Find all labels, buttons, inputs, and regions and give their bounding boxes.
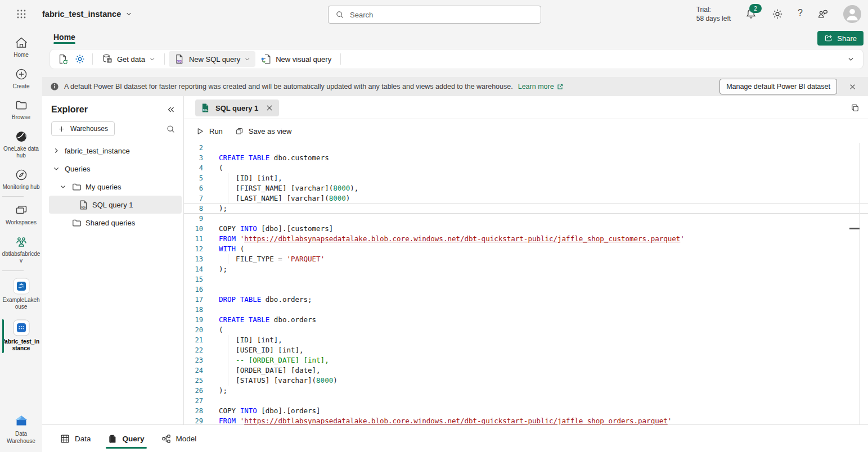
code-line-13[interactable]: 13 FILE_TYPE = 'PARQUET' [184,254,868,264]
sidebar-item-monitoring-hub[interactable]: Monitoring hub [2,165,41,195]
explorer-search-icon[interactable] [166,124,176,134]
save-as-view-button[interactable]: Save as view [235,127,292,135]
share-button[interactable]: Share [817,31,863,46]
chevron-down-icon[interactable] [58,183,68,190]
sidebar-item-onelake-data-hub[interactable]: OneLake data hub [2,126,41,164]
new-sql-query-button[interactable]: SQL New SQL query [169,51,255,67]
banner-close-button[interactable] [847,81,858,92]
sidebar-item-workspaces[interactable]: Workspaces [2,200,41,230]
code-line-20[interactable]: 20( [184,325,868,335]
warehouse-settings-button[interactable] [71,51,88,67]
sidebar-item-create[interactable]: Create [2,64,41,94]
sidebar-item-label: fabric_test_instance [2,338,41,352]
code-line-27[interactable]: 27 [184,396,868,406]
line-number: 9 [184,214,209,224]
notifications-button[interactable]: 2 [745,8,757,20]
manage-default-dataset-button[interactable]: Manage default Power BI dataset [719,79,837,94]
run-label: Run [209,127,223,135]
line-number: 3 [184,153,209,163]
app-name: fabric_test_instance [42,10,121,19]
code-line-4[interactable]: 4( [184,163,868,173]
overview-ruler[interactable] [859,143,860,424]
code-line-26[interactable]: 26); [184,386,868,396]
tab-close-icon[interactable] [266,104,273,112]
code-line-29[interactable]: 29FROM 'https://dbtlabsynapsedatalake.bl… [184,416,868,424]
share-label: Share [837,34,857,43]
code-line-10[interactable]: 10COPY INTO [dbo].[customers] [184,224,868,234]
code-line-14[interactable]: 14); [184,264,868,274]
app-launcher-button[interactable] [0,0,42,28]
code-line-16[interactable]: 16 [184,284,868,295]
app-switcher[interactable]: fabric_test_instance [42,10,132,19]
code-line-19[interactable]: 19CREATE TABLE dbo.orders [184,315,868,325]
tab-home[interactable]: Home [47,29,82,45]
code-line-3[interactable]: 3CREATE TABLE dbo.customers [184,153,868,163]
code-line-15[interactable]: 15 [184,274,868,284]
refresh-doc-icon [57,53,69,65]
settings-button[interactable] [771,8,784,20]
code-line-17[interactable]: 17DROP TABLE dbo.orders; [184,295,868,305]
sidebar-item-examplelakehouse[interactable]: ExampleLakehouse [2,274,41,315]
code-line-6[interactable]: 6 [FIRST_NAME] [varchar](8000), [184,183,868,193]
code-line-23[interactable]: 23 -- [ORDER_DATE] [int], [184,355,868,365]
learn-more-link[interactable]: Learn more [518,83,564,91]
editor-tabstrip: SQL SQL query 1 [184,96,868,119]
search-input[interactable] [349,10,541,20]
view-tab-model[interactable]: Model [155,425,204,452]
code-line-24[interactable]: 24 [ORDER_DATE] [date], [184,365,868,376]
line-number: 6 [184,183,209,193]
global-search[interactable] [328,6,541,24]
chevron-down-icon [125,11,132,17]
code-line-8[interactable]: 8); [184,204,868,214]
toolbar-collapse-button[interactable] [843,51,858,67]
sidebar-item-home[interactable]: Home [2,33,41,63]
waffle-icon [16,9,26,19]
view-tab-data[interactable]: Data [53,425,98,452]
tree-item-fabric-test-instance[interactable]: fabric_test_instance [49,142,182,160]
help-button[interactable]: ? [798,8,803,20]
refresh-button[interactable] [55,51,71,67]
line-number: 24 [184,365,209,376]
tree-item-my-queries[interactable]: My queries [49,178,182,196]
code-line-5[interactable]: 5 [ID] [int], [184,173,868,183]
code-line-18[interactable]: 18 [184,305,868,315]
sidebar-item-browse[interactable]: Browse [2,95,41,125]
tree-item-sql-query-1[interactable]: SQLSQL query 1 [49,196,182,214]
new-visual-query-button[interactable]: New visual query [255,51,336,67]
copy-icon[interactable] [850,103,860,113]
code-line-21[interactable]: 21 [ID] [int], [184,335,868,345]
line-number: 19 [184,315,209,325]
code-line-25[interactable]: 25 [STATUS] [varchar](8000) [184,376,868,386]
sql-document-icon: SQL [174,53,185,65]
feedback-icon [817,8,829,20]
tab-sql-query-1[interactable]: SQL SQL query 1 [195,100,279,116]
view-tab-query[interactable]: Query [101,425,151,452]
run-button[interactable]: Run [196,127,223,135]
collapse-panel-icon[interactable] [167,105,176,114]
banner-message: A default Power BI dataset for faster re… [64,83,513,91]
sidebar-item-label: dbtlabsfabricdev [2,251,41,265]
code-line-28[interactable]: 28COPY INTO [dbo].[orders] [184,406,868,416]
trial-status: Trial: 58 days left [696,5,731,23]
get-data-button[interactable]: Get data [97,51,160,67]
chevron-down-icon[interactable] [51,165,61,172]
sidebar-item-fabric-test-instance[interactable]: fabric_test_instance [2,316,41,356]
explorer-header: Explorer [42,96,183,120]
code-line-22[interactable]: 22 [USER_ID] [int], [184,345,868,355]
sidebar-item-dbtlabsfabricdev[interactable]: dbtlabsfabricdev [2,232,41,269]
add-warehouses-button[interactable]: Warehouses [51,121,115,136]
feedback-button[interactable] [817,8,829,20]
code-line-2[interactable]: 2 [184,143,868,153]
avatar[interactable] [843,5,861,23]
chevron-right-icon[interactable] [51,147,61,154]
code-line-7[interactable]: 7 [LAST_NAME] [varchar](8000) [184,193,868,204]
tree-item-queries[interactable]: Queries [49,160,182,178]
tree-item-shared-queries[interactable]: Shared queries [49,214,182,232]
code-line-9[interactable]: 9 [184,214,868,224]
line-number: 26 [184,386,209,396]
code-area[interactable]: 23CREATE TABLE dbo.customers4(5 [ID] [in… [184,143,868,424]
line-number: 5 [184,173,209,183]
sidebar-item-data-warehouse[interactable]: Data Warehouse [0,410,42,449]
code-line-11[interactable]: 11FROM 'https://dbtlabsynapsedatalake.bl… [184,234,868,244]
code-line-12[interactable]: 12WITH ( [184,244,868,254]
